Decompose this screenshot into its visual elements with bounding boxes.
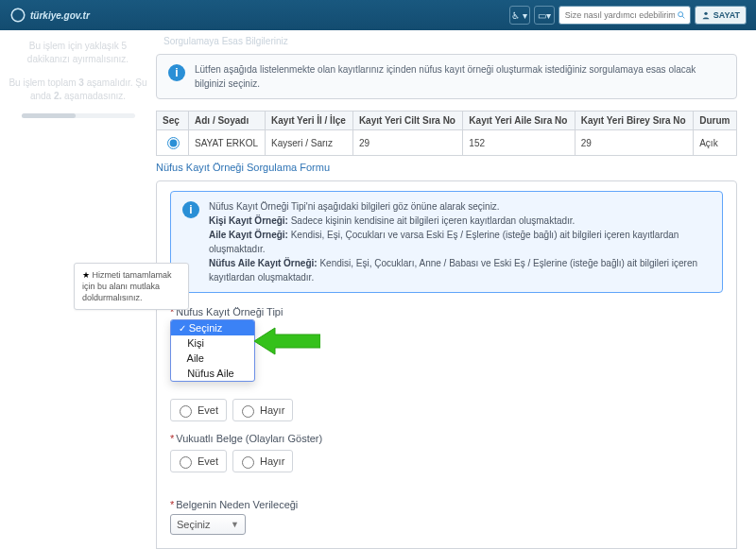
desc-intro: Nüfus Kayıt Örneği Tipi'ni aşağıdaki bil… — [209, 199, 711, 214]
th-sec: Seç — [157, 112, 189, 130]
tip-select-open-list: Seçiniz Kişi Aile Nüfus Aile — [170, 319, 255, 382]
cell-cilt: 29 — [352, 130, 462, 156]
type-description-panel: i Nüfus Kayıt Örneği Tipi'ni aşağıdaki b… — [170, 191, 723, 293]
info-icon-2: i — [182, 201, 199, 218]
eskies-hayir[interactable]: Hayır — [232, 399, 293, 421]
user-name: SAYAT — [713, 10, 740, 20]
th-birey: Kayıt Yeri Birey Sıra No — [575, 112, 693, 130]
svg-point-1 — [678, 12, 682, 17]
form-title: Nüfus Kayıt Örneği Sorgulama Formu — [156, 162, 737, 173]
vukuat-radiorow: Evet Hayır — [170, 450, 723, 472]
required-field-hint: ★ Hizmeti tamamlamak için bu alanı mutla… — [74, 263, 189, 310]
th-name: Adı / Soyadı — [189, 112, 266, 130]
info-text: Lütfen aşağıda listelenmekte olan kayıtl… — [195, 62, 725, 91]
vukuat-evet[interactable]: Evet — [170, 450, 227, 472]
tip-select[interactable]: Seçiniz Kişi Aile Nüfus Aile — [170, 321, 238, 338]
neden-value: Seçiniz — [177, 519, 210, 530]
svg-marker-4 — [254, 328, 320, 354]
tip-option-nufusaile[interactable]: Nüfus Aile — [171, 366, 254, 381]
tip-option-kisi[interactable]: Kişi — [171, 335, 254, 351]
annotation-arrow-icon — [254, 325, 320, 357]
row-select-radio[interactable] — [167, 137, 180, 149]
th-cilt: Kayıt Yeri Cilt Sıra No — [352, 112, 462, 130]
star-icon: ★ — [82, 270, 90, 280]
eskies-evet[interactable]: Evet — [170, 399, 227, 421]
cell-birey: 29 — [575, 130, 693, 156]
search-input[interactable] — [563, 9, 677, 21]
search-icon — [677, 10, 686, 20]
left-ghost-2: Bu işlem toplam 3 aşamalıdır. Şu anda 2.… — [8, 77, 148, 102]
site-title: türkiye.gov.tr — [30, 10, 90, 21]
left-ghost-1: Bu işlem için yaklaşık 5 dakikanızı ayır… — [8, 40, 148, 65]
label-vukuat: *Vukuatlı Belge (Olayları Göster) — [170, 433, 723, 444]
user-menu[interactable]: SAYAT — [695, 6, 747, 25]
progress-bar — [22, 113, 135, 118]
info-icon: i — [168, 64, 185, 81]
chevron-down-icon: ▼ — [231, 520, 239, 529]
neden-select[interactable]: Seçiniz ▼ — [170, 514, 246, 535]
table-row: SAYAT ERKOL Kayseri / Sarız 29 152 29 Aç… — [157, 130, 737, 156]
accessibility-button[interactable]: ♿︎ ▾ — [509, 6, 530, 25]
records-table: Seç Adı / Soyadı Kayıt Yeri İl / İlçe Ka… — [156, 111, 737, 156]
th-place: Kayıt Yeri İl / İlçe — [266, 112, 353, 130]
cell-name: SAYAT ERKOL — [189, 130, 266, 156]
th-durum: Durum — [694, 112, 737, 130]
form-box: i Nüfus Kayıt Örneği Tipi'ni aşağıdaki b… — [156, 180, 737, 549]
topbar: türkiye.gov.tr ♿︎ ▾ ▭▾ SAYAT — [0, 0, 756, 30]
cell-place: Kayseri / Sarız — [266, 130, 353, 156]
svg-point-3 — [704, 12, 707, 15]
logo-glyph-icon — [9, 7, 26, 24]
breadcrumb: Sorgulamaya Esas Bilgileriniz — [163, 36, 737, 46]
cell-durum: Açık — [694, 130, 737, 156]
eskies-radiorow: Evet Hayır — [170, 399, 723, 421]
cell-aile: 152 — [463, 130, 575, 156]
th-aile: Kayıt Yeri Aile Sıra No — [463, 112, 575, 130]
info-panel: i Lütfen aşağıda listelenmekte olan kayı… — [156, 54, 737, 99]
tip-option-aile[interactable]: Aile — [171, 351, 254, 366]
label-neden: *Belgenin Neden Verileceği — [170, 499, 723, 510]
header-search[interactable] — [558, 6, 691, 25]
svg-line-2 — [682, 16, 684, 18]
vukuat-hayir[interactable]: Hayır — [232, 450, 293, 472]
label-tip: *Nüfus Kayıt Örneği Tipi — [170, 306, 723, 317]
user-icon — [701, 10, 711, 20]
site-logo[interactable]: türkiye.gov.tr — [9, 7, 90, 24]
tip-option-seciniz[interactable]: Seçiniz — [171, 320, 254, 335]
contacts-button[interactable]: ▭▾ — [534, 6, 555, 25]
